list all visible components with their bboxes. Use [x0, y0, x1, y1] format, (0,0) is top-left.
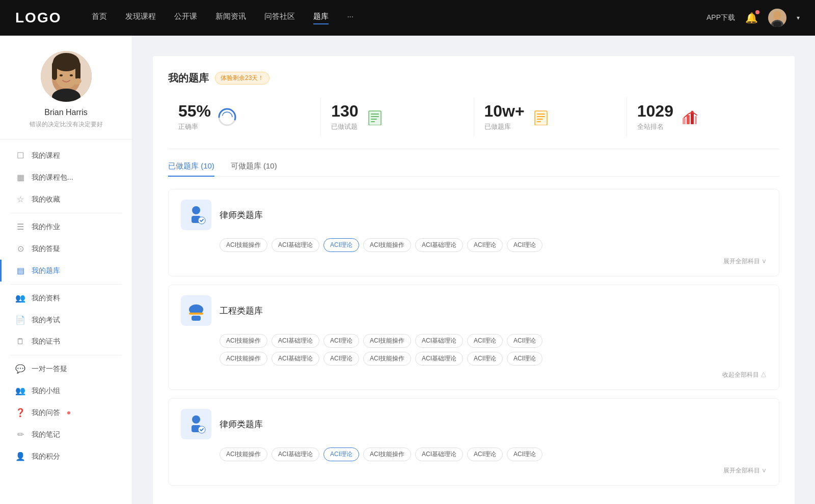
notification-dot [755, 10, 759, 14]
svg-rect-25 [537, 116, 545, 117]
sidebar-avatar [41, 51, 92, 102]
expand-link-2[interactable]: 展开全部科目 ∨ [723, 466, 767, 475]
nav-home[interactable]: 首页 [92, 12, 107, 24]
tag[interactable]: ACI理论 [323, 352, 359, 366]
tag[interactable]: ACI技能操作 [363, 238, 411, 252]
banks-done-icon [531, 107, 551, 127]
tag[interactable]: ACI理论 [323, 334, 359, 348]
nav-more[interactable]: ··· [347, 12, 354, 24]
tag[interactable]: ACI基础理论 [271, 447, 319, 461]
nav-menu: 首页 发现课程 公开课 新闻资讯 问答社区 题库 ··· [92, 12, 707, 24]
svg-rect-37 [190, 310, 202, 313]
stat-rank-label: 全站排名 [637, 122, 673, 131]
sidebar-item-label: 我的作业 [32, 222, 60, 232]
sidebar-item-label: 我的答疑 [32, 244, 60, 254]
tag[interactable]: ACI理论 [507, 447, 542, 461]
logo[interactable]: LOGO [15, 10, 61, 26]
sidebar-user-name: Brian Harris [44, 108, 87, 117]
svg-rect-20 [371, 116, 379, 117]
sidebar-item-qbank[interactable]: ▤ 我的题库 [0, 260, 132, 282]
tag[interactable]: ACI基础理论 [271, 352, 319, 366]
tag-active[interactable]: ACI理论 [323, 447, 359, 461]
tag[interactable]: ACI理论 [467, 334, 503, 348]
svg-rect-9 [52, 62, 57, 80]
user-menu-chevron[interactable]: ▾ [797, 14, 800, 21]
sidebar-item-label: 我的证书 [32, 337, 60, 346]
sidebar-item-points[interactable]: 👤 我的积分 [0, 445, 132, 467]
nav-qa[interactable]: 问答社区 [264, 12, 295, 24]
nav-news[interactable]: 新闻资讯 [215, 12, 246, 24]
tag[interactable]: ACI基础理论 [415, 334, 463, 348]
sidebar-nav: ☐ 我的课程 ▦ 我的课程包... ☆ 我的收藏 ☰ 我的作业 ⊙ 我的答疑 ▤ [0, 145, 132, 467]
tag[interactable]: ACI技能操作 [220, 352, 267, 366]
nav-qbank[interactable]: 题库 [313, 12, 329, 24]
nav-divider-3 [10, 355, 122, 355]
avatar[interactable] [768, 9, 786, 27]
nav-divider-1 [10, 213, 122, 213]
tag[interactable]: ACI理论 [467, 447, 503, 461]
notification-bell[interactable]: 🔔 [745, 12, 758, 24]
qbank-engineer-tags-row1: ACI技能操作 ACI基础理论 ACI理论 ACI技能操作 ACI基础理论 AC… [220, 334, 767, 348]
collapse-link[interactable]: 收起全部科目 △ [722, 371, 767, 379]
svg-point-33 [192, 206, 200, 214]
sidebar-item-my-course[interactable]: ☐ 我的课程 [0, 145, 132, 166]
sidebar-item-my-qa[interactable]: ⊙ 我的答疑 [0, 238, 132, 260]
sidebar-item-notes[interactable]: ✏ 我的笔记 [0, 424, 132, 445]
sidebar-item-data[interactable]: 👥 我的资料 [0, 287, 132, 309]
tag[interactable]: ACI理论 [507, 334, 542, 348]
sidebar-item-group[interactable]: 👥 我的小组 [0, 380, 132, 402]
sidebar-item-favorites[interactable]: ☆ 我的收藏 [0, 188, 132, 210]
tag[interactable]: ACI理论 [467, 352, 503, 366]
sidebar-item-1on1[interactable]: 💬 一对一答疑 [0, 358, 132, 380]
tag[interactable]: ACI理论 [467, 238, 503, 252]
tag[interactable]: ACI技能操作 [220, 238, 267, 252]
unread-dot [67, 411, 70, 414]
tag[interactable]: ACI基础理论 [415, 238, 463, 252]
points-icon: 👤 [15, 452, 25, 461]
nav-right: APP下载 🔔 ▾ [707, 9, 800, 27]
tag[interactable]: ACI技能操作 [363, 334, 411, 348]
qbank-lawyer-icon-1 [181, 200, 211, 230]
qbank-engineer-tags-row2: ACI技能操作 ACI基础理论 ACI理论 ACI技能操作 ACI基础理论 AC… [220, 352, 767, 366]
sidebar-item-cert[interactable]: 🗒 我的证书 [0, 331, 132, 352]
tag[interactable]: ACI技能操作 [220, 447, 267, 461]
sidebar-item-exam[interactable]: 📄 我的考试 [0, 309, 132, 331]
tabs: 已做题库 (10) 可做题库 (10) [168, 161, 779, 177]
expand-link-1[interactable]: 展开全部科目 ∨ [723, 257, 767, 266]
page-header: 我的题库 体验剩余23天！ [168, 71, 779, 85]
qbank-lawyer-tags-2: ACI技能操作 ACI基础理论 ACI理论 ACI技能操作 ACI基础理论 AC… [220, 447, 767, 461]
stat-correct-rate: 55% 正确率 [168, 97, 321, 136]
main-content: 我的题库 体验剩余23天！ 55% 正确率 [153, 56, 795, 504]
tab-available[interactable]: 可做题库 (10) [231, 161, 277, 176]
sidebar-item-course-package[interactable]: ▦ 我的课程包... [0, 166, 132, 188]
tag[interactable]: ACI基础理论 [415, 447, 463, 461]
sidebar-item-questions[interactable]: ❓ 我的问答 [0, 402, 132, 424]
svg-point-40 [192, 415, 200, 424]
stat-banks-done-value: 10w+ [484, 102, 525, 120]
sidebar-item-label: 我的问答 [32, 408, 60, 417]
nav-discover[interactable]: 发现课程 [125, 12, 156, 24]
tag[interactable]: ACI技能操作 [363, 447, 411, 461]
svg-rect-18 [369, 111, 381, 125]
questions-done-icon [365, 107, 385, 127]
sidebar-item-homework[interactable]: ☰ 我的作业 [0, 216, 132, 238]
tag[interactable]: ACI理论 [507, 238, 542, 252]
rank-icon [680, 107, 700, 127]
tag[interactable]: ACI基础理论 [415, 352, 463, 366]
tag[interactable]: ACI技能操作 [363, 352, 411, 366]
sidebar-item-label: 一对一答疑 [32, 365, 67, 374]
tag[interactable]: ACI理论 [507, 352, 542, 366]
nav-open-course[interactable]: 公开课 [174, 12, 197, 24]
tag-active[interactable]: ACI理论 [323, 238, 359, 252]
tag[interactable]: ACI基础理论 [271, 238, 319, 252]
svg-rect-38 [189, 313, 203, 315]
tab-done[interactable]: 已做题库 (10) [168, 161, 214, 176]
nav-divider-2 [10, 284, 122, 285]
app-download-link[interactable]: APP下载 [707, 13, 735, 22]
tag[interactable]: ACI技能操作 [220, 334, 267, 348]
qa-icon: ⊙ [15, 244, 25, 254]
qbank-lawyer-title-2: 律师类题库 [220, 418, 263, 430]
svg-rect-19 [371, 114, 379, 115]
svg-point-17 [222, 112, 232, 122]
tag[interactable]: ACI基础理论 [271, 334, 319, 348]
